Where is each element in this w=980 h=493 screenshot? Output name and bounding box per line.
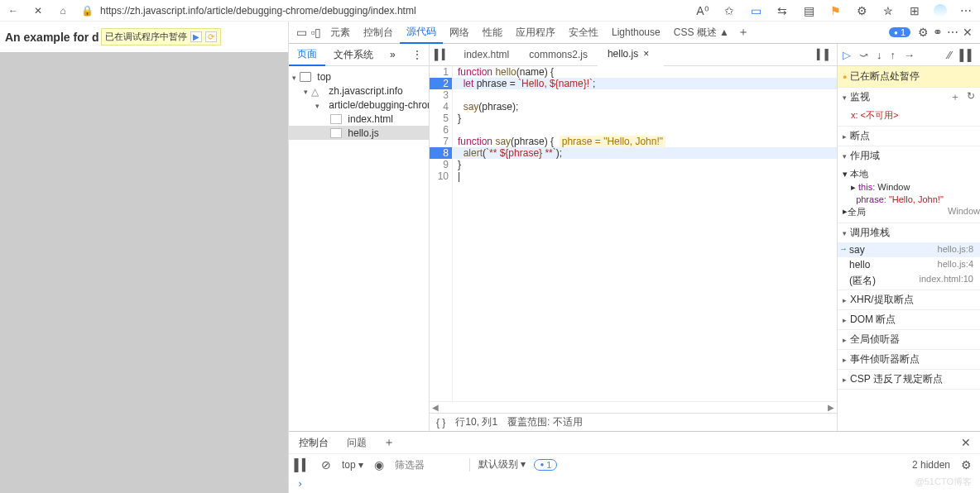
- step-over-button[interactable]: ⤻: [859, 49, 868, 61]
- tree-domain[interactable]: △ zh.javascript.info: [289, 84, 429, 98]
- kebab-icon[interactable]: ⋯: [945, 25, 960, 40]
- settings-icon[interactable]: ⚙: [915, 25, 930, 40]
- step-into-button[interactable]: ↓: [877, 49, 882, 61]
- section-callstack[interactable]: 调用堆栈: [838, 223, 980, 242]
- step-out-button[interactable]: ↑: [891, 49, 896, 61]
- step-button[interactable]: →: [904, 49, 915, 61]
- drawer-close-icon[interactable]: ✕: [958, 435, 973, 450]
- drawer-tab-console[interactable]: 控制台: [295, 436, 332, 450]
- reader-icon[interactable]: ▤: [801, 3, 816, 18]
- issue-count-pill[interactable]: 1: [534, 459, 557, 471]
- nav-tab-page[interactable]: 页面: [289, 44, 325, 66]
- devtools: ▭ ▫▯ 元素 控制台 源代码 网络 性能 应用程序 安全性 Lighthous…: [288, 22, 980, 493]
- toggle-side-icon[interactable]: ▍▌: [812, 49, 837, 60]
- nav-tab-filesystem[interactable]: 文件系统: [325, 44, 382, 66]
- console-sidebar-icon[interactable]: ▌▍: [295, 457, 310, 472]
- code-lines[interactable]: function hello(name) { let phrase = `Hel…: [453, 66, 837, 401]
- section-breakpoints[interactable]: 断点: [838, 127, 980, 146]
- resume-icon[interactable]: ▶: [190, 31, 202, 42]
- tree-file-hello[interactable]: hello.js: [289, 126, 429, 140]
- close-devtools-icon[interactable]: ✕: [960, 25, 975, 40]
- code-tab-commons[interactable]: commons2.js: [519, 44, 598, 66]
- clear-console-icon[interactable]: ⊘: [319, 457, 334, 472]
- nav-more-icon[interactable]: ⋮: [406, 49, 429, 60]
- section-scope[interactable]: 作用域: [838, 146, 980, 165]
- tab-css-overview[interactable]: CSS 概述 ▲: [667, 22, 736, 44]
- section-watch[interactable]: 监视＋↻: [838, 88, 980, 107]
- puzzle-icon[interactable]: ⚑: [828, 3, 843, 18]
- section-event-listeners[interactable]: 事件侦听器断点: [838, 350, 980, 369]
- code-tab-index[interactable]: index.html: [454, 44, 520, 66]
- more-icon[interactable]: ⋯: [958, 3, 973, 18]
- level-selector[interactable]: 默认级别 ▾: [478, 457, 526, 471]
- format-icon[interactable]: { }: [436, 417, 445, 428]
- hidden-count: 2 hidden: [912, 459, 950, 471]
- section-csp[interactable]: CSP 违反了规定断点: [838, 370, 980, 389]
- address-bar[interactable]: 🔒 https://zh.javascript.info/article/deb…: [81, 5, 684, 17]
- callstack-frame[interactable]: hellohello.js:4: [838, 257, 980, 272]
- tree-top[interactable]: top: [289, 69, 429, 84]
- close-icon[interactable]: ✕: [31, 4, 45, 17]
- callstack-frame[interactable]: sayhello.js:8: [838, 242, 980, 257]
- pause-exceptions-button[interactable]: ▌▌: [960, 49, 975, 61]
- tab-console[interactable]: 控制台: [357, 22, 400, 44]
- nav-tab-more[interactable]: »: [382, 44, 404, 66]
- step-icon[interactable]: ⟳: [205, 31, 217, 42]
- watch-item[interactable]: x: <不可用>: [851, 108, 980, 122]
- lock-icon: 🔒: [81, 5, 94, 17]
- debugger-sidebar: ▷ ⤻ ↓ ↑ → ⁄⁄ ▌▌ 已在断点处暂停 监视＋↻ x: <不可用>: [838, 44, 980, 431]
- read-aloud-icon[interactable]: A⁰: [695, 3, 710, 18]
- refresh-watch-icon[interactable]: ↻: [967, 90, 975, 104]
- feedback-icon[interactable]: ⚭: [930, 25, 945, 40]
- code-tab-hello[interactable]: hello.js×: [598, 44, 664, 66]
- eye-icon[interactable]: ◉: [372, 457, 387, 472]
- resume-button[interactable]: ▷: [843, 49, 851, 61]
- favorites-bar-icon[interactable]: ✮: [881, 3, 896, 18]
- sync-icon[interactable]: ⇆: [775, 3, 790, 18]
- tab-performance[interactable]: 性能: [476, 22, 509, 44]
- favorite-icon[interactable]: ✩: [722, 3, 737, 18]
- tab-security[interactable]: 安全性: [562, 22, 605, 44]
- tab-elements[interactable]: 元素: [324, 22, 357, 44]
- cursor-position: 行10, 列1: [455, 415, 497, 429]
- section-global-listeners[interactable]: 全局侦听器: [838, 330, 980, 349]
- context-selector[interactable]: top ▾: [342, 459, 363, 471]
- callstack-frame[interactable]: (匿名)index.html:10: [838, 272, 980, 290]
- home-icon[interactable]: ⌂: [56, 4, 70, 17]
- section-xhr[interactable]: XHR/提取断点: [838, 290, 980, 309]
- line-gutter[interactable]: 12345678910: [430, 66, 453, 401]
- console-prompt[interactable]: ›: [289, 475, 980, 493]
- tab-sources[interactable]: 源代码: [400, 22, 443, 44]
- paused-banner: 已在断点处暂停: [838, 66, 980, 88]
- drawer-add-icon[interactable]: ＋: [382, 435, 396, 450]
- add-watch-icon[interactable]: ＋: [950, 90, 960, 104]
- app-icon[interactable]: ⊞: [907, 3, 922, 18]
- tree-folder[interactable]: article/debugging-chrome/de: [289, 98, 429, 112]
- tab-application[interactable]: 应用程序: [509, 22, 562, 44]
- tab-lighthouse[interactable]: Lighthouse: [605, 22, 667, 44]
- tab-network[interactable]: 网络: [443, 22, 476, 44]
- performance-icon[interactable]: ⚙: [854, 3, 869, 18]
- devtools-tabbar: ▭ ▫▯ 元素 控制台 源代码 网络 性能 应用程序 安全性 Lighthous…: [289, 22, 980, 44]
- drawer-tab-issues[interactable]: 问题: [343, 436, 370, 450]
- device-icon[interactable]: ▫▯: [309, 25, 324, 40]
- code-editor: ▌▍ index.html commons2.js hello.js× ▍▌ 1…: [430, 44, 838, 431]
- profile-avatar[interactable]: [934, 4, 947, 17]
- h-scrollbar[interactable]: ◀▶: [430, 401, 837, 413]
- inspect-icon[interactable]: ▭: [294, 25, 309, 40]
- collections-icon[interactable]: ▭: [748, 3, 763, 18]
- page-heading: An example for d: [5, 31, 99, 44]
- console-drawer: 控制台 问题 ＋ ✕ ▌▍ ⊘ top ▾ ◉ 默认级别 ▾ 1 2 hidde…: [289, 431, 980, 493]
- section-dom[interactable]: DOM 断点: [838, 310, 980, 329]
- tab-close-icon[interactable]: ×: [643, 48, 649, 60]
- back-icon[interactable]: ←: [7, 4, 20, 17]
- deactivate-bp-button[interactable]: ⁄⁄: [948, 49, 951, 61]
- filter-input[interactable]: [395, 459, 461, 471]
- tree-file-index[interactable]: index.html: [289, 112, 429, 126]
- console-settings-icon[interactable]: ⚙: [958, 457, 973, 472]
- error-badge[interactable]: 1: [889, 27, 910, 37]
- add-tab-icon[interactable]: ＋: [736, 25, 751, 40]
- toggle-nav-icon[interactable]: ▌▍: [430, 49, 454, 60]
- debugger-paused-badge: 已在调试程序中暂停 ▶ ⟳: [101, 28, 221, 45]
- editor-status-bar: { } 行10, 列1 覆盖范围: 不适用: [430, 413, 837, 431]
